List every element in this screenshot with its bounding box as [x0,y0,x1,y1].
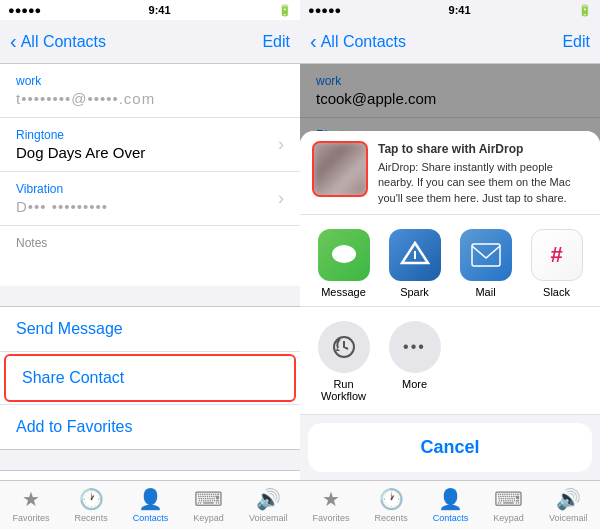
right-status-bar: ●●●●● 9:41 🔋 [300,0,600,20]
right-favorites-icon: ★ [322,487,340,511]
right-signal: ●●●●● [308,4,341,16]
left-ringtone-arrow-icon: › [278,134,284,155]
right-time: 9:41 [449,4,471,16]
slack-app-label: Slack [543,286,570,298]
message-app-label: Message [321,286,366,298]
left-field-ringtone[interactable]: Ringtone Dog Days Are Over › [0,118,300,172]
right-tab-favorites[interactable]: ★ Favorites [313,487,350,523]
left-voicemail-icon: 🔊 [256,487,281,511]
right-tab-recents-label: Recents [375,513,408,523]
share-action-more[interactable]: ••• More [379,321,450,402]
right-tab-contacts-label: Contacts [433,513,469,523]
left-tab-favorites-label: Favorites [13,513,50,523]
right-tab-recents[interactable]: 🕐 Recents [375,487,408,523]
workflow-action-label: RunWorkflow [321,378,366,402]
left-contacts-icon: 👤 [138,487,163,511]
cancel-label: Cancel [420,437,479,457]
left-block-section: Block this Caller [0,470,300,480]
left-tab-bar: ★ Favorites 🕐 Recents 👤 Contacts ⌨ Keypa… [0,480,300,529]
left-tab-contacts[interactable]: 👤 Contacts [133,487,169,523]
left-favorites-icon: ★ [22,487,40,511]
right-back-arrow-icon: ‹ [310,30,317,53]
cancel-button[interactable]: Cancel [308,423,592,472]
left-tab-keypad[interactable]: ⌨ Keypad [193,487,224,523]
right-tab-contacts[interactable]: 👤 Contacts [433,487,469,523]
left-contact-list: work t••••••••@•••••.com Ringtone Dog Da… [0,64,300,480]
left-share-contact-button[interactable]: Share Contact [4,354,296,402]
placeholder1 [450,321,521,402]
right-edit-button[interactable]: Edit [562,33,590,51]
right-tab-voicemail[interactable]: 🔊 Voicemail [549,487,588,523]
more-action-icon: ••• [389,321,441,373]
spark-app-icon [389,229,441,281]
airdrop-header: Tap to share with AirDrop AirDrop: Share… [300,131,600,215]
svg-rect-5 [472,244,500,266]
left-tab-recents-label: Recents [75,513,108,523]
right-panel: ●●●●● 9:41 🔋 ‹ All Contacts Edit work tc… [300,0,600,529]
airdrop-title: Tap to share with AirDrop [378,141,588,158]
right-back-label: All Contacts [321,33,406,51]
left-field-work-label: work [16,74,284,88]
left-action-section: Send Message Share Contact Add to Favori… [0,306,300,450]
spark-app-label: Spark [400,286,429,298]
left-tab-favorites[interactable]: ★ Favorites [13,487,50,523]
right-battery: 🔋 [578,4,592,17]
left-vibration-value: D••• ••••••••• [16,198,108,215]
message-app-icon [318,229,370,281]
right-tab-favorites-label: Favorites [313,513,350,523]
right-contact-list: work tcook@apple.com Ringtone Dog Days A… [300,64,600,480]
airdrop-desc: AirDrop: Share instantly with people nea… [378,160,588,206]
left-panel: ●●●●● 9:41 🔋 ‹ All Contacts Edit work t•… [0,0,300,529]
share-actions-row: RunWorkflow ••• More [300,307,600,415]
left-notes-label: Notes [16,236,284,250]
workflow-action-icon [318,321,370,373]
mail-app-icon [460,229,512,281]
right-contacts-icon: 👤 [438,487,463,511]
left-signal: ●●●●● [8,4,41,16]
left-tab-contacts-label: Contacts [133,513,169,523]
share-sheet-overlay: Tap to share with AirDrop AirDrop: Share… [300,64,600,480]
left-block-caller-button[interactable]: Block this Caller [0,471,300,480]
share-sheet: Tap to share with AirDrop AirDrop: Share… [300,131,600,480]
right-keypad-icon: ⌨ [494,487,523,511]
share-apps-row: Message Spark Mail [300,215,600,307]
left-back-button[interactable]: ‹ All Contacts [10,30,106,53]
right-tab-bar: ★ Favorites 🕐 Recents 👤 Contacts ⌨ Keypa… [300,480,600,529]
share-app-slack[interactable]: # Slack [531,229,583,298]
left-keypad-icon: ⌨ [194,487,223,511]
airdrop-text: Tap to share with AirDrop AirDrop: Share… [378,141,588,206]
share-app-spark[interactable]: Spark [389,229,441,298]
left-tab-voicemail-label: Voicemail [249,513,288,523]
right-tab-keypad-label: Keypad [493,513,524,523]
left-tab-voicemail[interactable]: 🔊 Voicemail [249,487,288,523]
right-nav-bar: ‹ All Contacts Edit [300,20,600,64]
left-back-label: All Contacts [21,33,106,51]
svg-marker-7 [336,348,340,351]
left-send-message-button[interactable]: Send Message [0,307,300,352]
right-tab-voicemail-label: Voicemail [549,513,588,523]
slack-app-icon: # [531,229,583,281]
contact-avatar [312,141,368,197]
right-recents-icon: 🕐 [379,487,404,511]
left-tab-recents[interactable]: 🕐 Recents [75,487,108,523]
more-action-label: More [402,378,427,390]
left-nav-bar: ‹ All Contacts Edit [0,20,300,64]
share-action-workflow[interactable]: RunWorkflow [308,321,379,402]
mail-app-label: Mail [475,286,495,298]
left-spacer2 [0,450,300,470]
left-spacer1 [0,286,300,306]
left-ringtone-value: Dog Days Are Over [16,144,145,161]
left-field-work-value: t••••••••@•••••.com [16,90,284,107]
left-ringtone-label: Ringtone [16,128,145,142]
left-edit-button[interactable]: Edit [262,33,290,51]
left-field-vibration[interactable]: Vibration D••• ••••••••• › [0,172,300,226]
left-time: 9:41 [149,4,171,16]
placeholder2 [521,321,592,402]
contact-avatar-container[interactable] [312,141,368,197]
left-add-favorites-button[interactable]: Add to Favorites [0,404,300,449]
right-back-button[interactable]: ‹ All Contacts [310,30,406,53]
share-app-mail[interactable]: Mail [460,229,512,298]
share-app-message[interactable]: Message [318,229,370,298]
right-tab-keypad[interactable]: ⌨ Keypad [493,487,524,523]
left-battery: 🔋 [278,4,292,17]
